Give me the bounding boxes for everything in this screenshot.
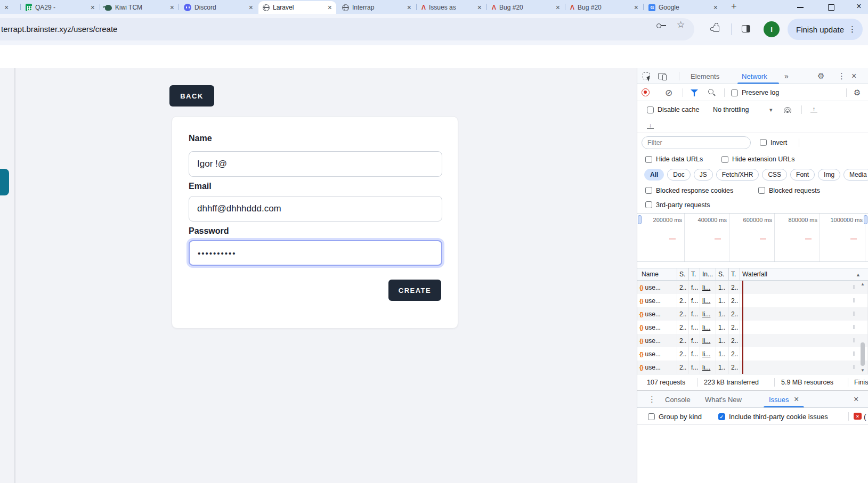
timeline-right-handle[interactable] bbox=[864, 215, 867, 224]
request-name-cell[interactable]: use... bbox=[637, 361, 677, 374]
tab-console[interactable]: Console bbox=[665, 395, 691, 403]
bookmark-star-icon[interactable] bbox=[677, 19, 685, 30]
request-status-cell[interactable]: 2.. bbox=[677, 307, 689, 321]
close-tab-icon[interactable] bbox=[407, 4, 411, 11]
request-status-cell[interactable]: 2.. bbox=[677, 294, 689, 307]
browser-menu-icon[interactable] bbox=[848, 24, 856, 34]
column-status[interactable]: S. bbox=[677, 268, 689, 280]
close-tab-icon[interactable] bbox=[713, 4, 718, 11]
request-size-cell[interactable]: 1.. bbox=[716, 281, 729, 294]
request-status-cell[interactable]: 2.. bbox=[677, 361, 689, 374]
tab-partial[interactable] bbox=[0, 1, 19, 14]
tab-interrapt[interactable]: Interrap bbox=[338, 1, 416, 14]
settings-gear-icon[interactable] bbox=[817, 71, 824, 81]
throttling-select[interactable]: No throttling bbox=[713, 106, 749, 113]
table-row[interactable]: use... 2.. f... li... 1.. 2.. bbox=[637, 281, 868, 294]
request-size-cell[interactable]: 1.. bbox=[716, 347, 729, 361]
window-close-button[interactable] bbox=[853, 0, 865, 14]
initiator-link[interactable]: li... bbox=[702, 324, 710, 331]
tab-issues[interactable]: Issues bbox=[769, 395, 789, 403]
close-tab-icon[interactable] bbox=[556, 4, 560, 11]
table-row[interactable]: use... 2.. f... li... 1.. 2.. bbox=[637, 307, 868, 321]
table-row[interactable]: use... 2.. f... li... 1.. 2.. bbox=[637, 294, 868, 307]
side-panel-icon[interactable] bbox=[742, 25, 750, 32]
request-status-cell[interactable]: 2.. bbox=[677, 281, 689, 294]
close-tab-icon[interactable] bbox=[249, 4, 253, 11]
side-flyout-tab[interactable] bbox=[0, 169, 9, 195]
table-scrollbar[interactable] bbox=[859, 281, 866, 374]
column-name[interactable]: Name bbox=[637, 268, 677, 280]
hide-extension-urls-checkbox[interactable] bbox=[721, 156, 728, 163]
request-time-cell[interactable]: 2.. bbox=[729, 281, 740, 294]
request-size-cell[interactable]: 1.. bbox=[716, 294, 729, 307]
group-by-kind-checkbox[interactable] bbox=[648, 413, 655, 420]
filter-input[interactable] bbox=[642, 136, 751, 149]
tab-discord[interactable]: Discord bbox=[180, 1, 257, 14]
preserve-log-checkbox[interactable] bbox=[731, 89, 738, 96]
request-name-cell[interactable]: use... bbox=[637, 294, 677, 307]
close-tab-icon[interactable] bbox=[477, 4, 482, 11]
extensions-puzzle-icon[interactable] bbox=[713, 26, 719, 32]
scrollbar-thumb[interactable] bbox=[861, 342, 865, 366]
chip-doc[interactable]: Doc bbox=[667, 169, 690, 181]
close-issues-tab-icon[interactable] bbox=[794, 395, 799, 404]
address-bar[interactable]: terrapt.brainster.xyz/users/create bbox=[0, 18, 694, 40]
close-tab-icon[interactable] bbox=[328, 4, 332, 11]
chip-font[interactable]: Font bbox=[790, 169, 815, 181]
more-tabs-icon[interactable] bbox=[784, 72, 789, 80]
window-maximize-button[interactable] bbox=[824, 0, 837, 14]
column-type[interactable]: T. bbox=[689, 268, 700, 280]
device-toolbar-icon[interactable] bbox=[658, 73, 666, 79]
third-party-requests-checkbox[interactable] bbox=[645, 201, 652, 208]
chip-js[interactable]: JS bbox=[694, 169, 713, 181]
har-export-icon[interactable] bbox=[810, 105, 817, 112]
request-name-cell[interactable]: use... bbox=[637, 347, 677, 361]
request-status-cell[interactable]: 2.. bbox=[677, 334, 689, 347]
request-initiator-cell[interactable]: li... bbox=[700, 294, 716, 307]
initiator-link[interactable]: li... bbox=[702, 337, 710, 345]
tab-bug-1[interactable]: Bug #20 bbox=[488, 1, 564, 14]
request-type-cell[interactable]: f... bbox=[689, 334, 700, 347]
timeline-left-handle[interactable] bbox=[638, 215, 642, 224]
chip-media[interactable]: Media bbox=[843, 169, 868, 181]
request-time-cell[interactable]: 2.. bbox=[729, 294, 740, 307]
request-waterfall-cell[interactable] bbox=[740, 281, 868, 294]
request-waterfall-cell[interactable] bbox=[740, 307, 868, 321]
chip-fetch-xhr[interactable]: Fetch/XHR bbox=[716, 169, 759, 181]
sort-ascending-icon[interactable] bbox=[856, 272, 861, 277]
scroll-down-icon[interactable] bbox=[859, 368, 866, 373]
request-type-cell[interactable]: f... bbox=[689, 321, 700, 334]
request-waterfall-cell[interactable] bbox=[740, 347, 868, 361]
request-name-cell[interactable]: use... bbox=[637, 334, 677, 347]
devtools-close-icon[interactable] bbox=[851, 71, 856, 81]
chip-css[interactable]: CSS bbox=[762, 169, 787, 181]
request-time-cell[interactable]: 2.. bbox=[729, 361, 740, 374]
table-row[interactable]: use... 2.. f... li... 1.. 2.. bbox=[637, 334, 868, 347]
disable-cache-checkbox[interactable] bbox=[647, 107, 654, 113]
profile-avatar[interactable]: I bbox=[764, 21, 780, 37]
tab-qa29[interactable]: QA29 - bbox=[21, 1, 99, 14]
request-initiator-cell[interactable]: li... bbox=[700, 334, 716, 347]
clear-icon[interactable] bbox=[665, 87, 672, 98]
request-size-cell[interactable]: 1.. bbox=[716, 307, 729, 321]
request-name-cell[interactable]: use... bbox=[637, 321, 677, 334]
request-name-cell[interactable]: use... bbox=[637, 307, 677, 321]
request-initiator-cell[interactable]: li... bbox=[700, 321, 716, 334]
column-waterfall[interactable]: Waterfall bbox=[740, 268, 868, 280]
request-initiator-cell[interactable]: li... bbox=[700, 347, 716, 361]
request-waterfall-cell[interactable] bbox=[740, 321, 868, 334]
scroll-up-icon[interactable] bbox=[859, 282, 866, 286]
include-third-party-checkbox[interactable] bbox=[718, 413, 725, 420]
issue-count-badge-icon[interactable] bbox=[854, 413, 862, 420]
column-time[interactable]: T. bbox=[729, 268, 740, 280]
devtools-menu-icon[interactable] bbox=[838, 71, 846, 81]
network-overview-timeline[interactable]: 200000 ms 400000 ms 600000 ms 800000 ms … bbox=[637, 213, 868, 262]
blocked-requests-checkbox[interactable] bbox=[758, 187, 765, 194]
drawer-menu-icon[interactable] bbox=[648, 395, 656, 404]
request-initiator-cell[interactable]: li... bbox=[700, 361, 716, 374]
create-button[interactable]: CREATE bbox=[388, 280, 441, 301]
inspect-element-icon[interactable] bbox=[643, 72, 650, 79]
initiator-link[interactable]: li... bbox=[702, 364, 710, 371]
blocked-response-cookies-checkbox[interactable] bbox=[645, 187, 652, 194]
finish-update-button[interactable]: Finish update bbox=[788, 19, 863, 40]
